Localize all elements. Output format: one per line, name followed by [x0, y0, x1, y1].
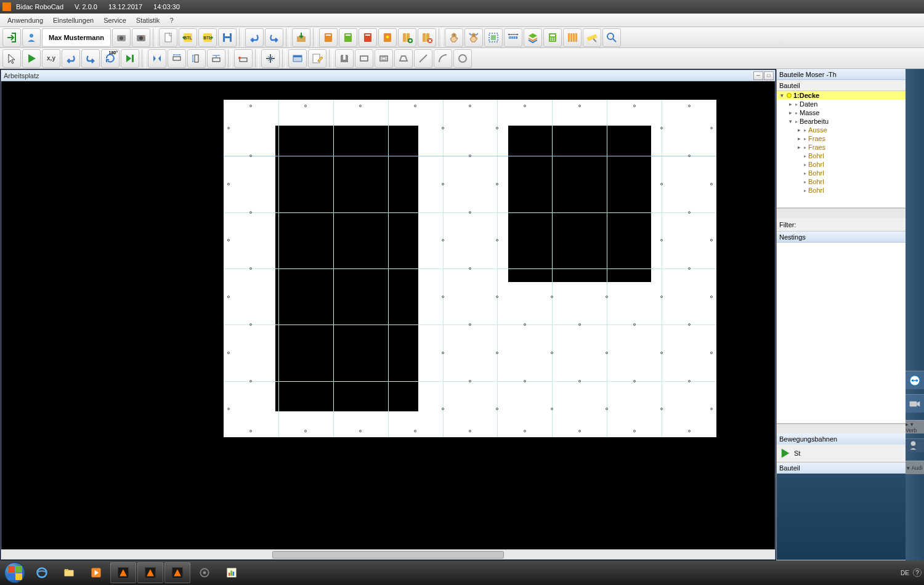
panel-minimize-button[interactable]: ─ — [753, 71, 763, 80]
taskbar-explorer[interactable] — [56, 562, 82, 583]
taskbar-robocad-3[interactable] — [164, 562, 190, 583]
undo2-button[interactable] — [62, 49, 80, 68]
menu-anwendung[interactable]: Anwendung — [2, 15, 48, 26]
tree-item-bearbeitu[interactable]: ▾▸Bearbeitu — [777, 117, 906, 126]
motion-paths-header[interactable]: Bewegungsbahnen — [777, 434, 906, 445]
btl-out-button[interactable]: BTL — [198, 28, 217, 47]
canvas-viewport[interactable] — [1, 81, 775, 549]
nestings-scrollbar[interactable] — [777, 424, 906, 434]
svg-rect-6 — [165, 33, 171, 42]
login-button[interactable] — [2, 28, 21, 47]
xy-button[interactable]: x,y — [42, 49, 60, 68]
menu-[interactable]: ? — [164, 15, 178, 26]
motion-start-button[interactable]: St — [777, 445, 906, 462]
component-tree[interactable]: ▾1:Decke▸▸Daten▸▸Masse▾▸Bearbeitu▸▸Ausse… — [777, 91, 906, 208]
layers-button[interactable] — [524, 28, 542, 47]
svg-rect-57 — [382, 57, 386, 60]
profile-rect-button[interactable] — [355, 49, 373, 68]
tree-item-1decke[interactable]: ▾1:Decke — [777, 91, 906, 100]
profile-rect2-button[interactable] — [375, 49, 393, 68]
cursor-button[interactable] — [2, 49, 21, 68]
undo-button[interactable] — [245, 28, 264, 47]
measure-button[interactable] — [504, 28, 522, 47]
book-red-button[interactable] — [359, 28, 377, 47]
menu-einstellungen[interactable]: Einstellungen — [48, 15, 99, 26]
export-button[interactable] — [292, 28, 310, 47]
panel-button[interactable] — [288, 49, 307, 68]
tree-item-ausse[interactable]: ▸▸Ausse — [777, 126, 906, 134]
hand-button[interactable] — [445, 28, 463, 47]
arc-button[interactable] — [434, 49, 452, 68]
canvas-scrollbar-horizontal[interactable] — [1, 549, 775, 559]
ruler-button[interactable] — [583, 28, 601, 47]
panel-maximize-button[interactable]: □ — [764, 71, 774, 80]
tree-item-fraes[interactable]: ▸▸Fraes — [777, 143, 906, 151]
systray-help-icon[interactable]: ? — [913, 568, 922, 577]
svg-point-62 — [911, 441, 916, 446]
select-rect-button[interactable] — [484, 28, 503, 47]
save-button[interactable] — [218, 28, 237, 47]
tree-item-bohrl[interactable]: ▸Bohrl — [777, 160, 906, 169]
file-new-button[interactable] — [159, 28, 177, 47]
anchor-button[interactable] — [234, 49, 253, 68]
menu-statistik[interactable]: Statistik — [131, 15, 165, 26]
taskbar-media[interactable] — [83, 562, 109, 583]
teamviewer-icon[interactable] — [906, 371, 924, 389]
taskbar-robocad-2[interactable] — [137, 562, 163, 583]
profile-u-button[interactable] — [335, 49, 354, 68]
tree-item-bohrl[interactable]: ▸Bohrl — [777, 186, 906, 195]
taskbar-gear[interactable] — [192, 562, 217, 583]
expand-tab-bemerkung[interactable] — [906, 438, 924, 452]
svg-rect-18 — [346, 34, 351, 36]
step-right-button[interactable] — [121, 49, 139, 68]
component-section-header[interactable]: Bauteil — [777, 462, 906, 474]
start-button[interactable] — [1, 561, 28, 584]
dim-v-button[interactable] — [187, 49, 206, 68]
redo-button[interactable] — [265, 28, 283, 47]
video-icon[interactable] — [906, 394, 924, 413]
scrollbar-thumb[interactable] — [272, 551, 505, 559]
hand-pan-button[interactable] — [464, 28, 483, 47]
book-star-button[interactable] — [378, 28, 397, 47]
book-orange-button[interactable] — [319, 28, 338, 47]
rotate180-button[interactable]: 180° — [101, 49, 120, 68]
calc-button[interactable] — [543, 28, 562, 47]
taskbar-ie[interactable] — [29, 562, 55, 583]
list-add-button[interactable] — [398, 28, 416, 47]
line-button[interactable] — [414, 49, 432, 68]
circle-button[interactable] — [453, 49, 472, 68]
systray-lang[interactable]: DE — [901, 570, 909, 576]
svg-rect-74 — [230, 571, 232, 576]
columns-button[interactable] — [563, 28, 582, 47]
list-del-button[interactable] — [418, 28, 436, 47]
dim-top-button[interactable] — [207, 49, 225, 68]
taskbar-chart[interactable] — [219, 562, 245, 583]
menu-service[interactable]: Service — [99, 15, 131, 26]
tree-item-bohrl[interactable]: ▸Bohrl — [777, 177, 906, 186]
camera-button[interactable] — [112, 28, 131, 47]
btl-in-button[interactable]: BTL — [179, 28, 197, 47]
redo2-button[interactable] — [81, 49, 100, 68]
tree-item-bohrl[interactable]: ▸Bohrl — [777, 151, 906, 160]
user-button[interactable] — [22, 28, 41, 47]
book-green-button[interactable] — [339, 28, 357, 47]
tree-item-daten[interactable]: ▸▸Daten — [777, 100, 906, 108]
tree-item-bohrl[interactable]: ▸Bohrl — [777, 169, 906, 177]
nestings-header[interactable]: Nestings — [777, 232, 906, 243]
svg-point-71 — [203, 571, 206, 575]
tree-scrollbar[interactable] — [777, 208, 906, 218]
expand-tab-audio[interactable]: ▾ Audi — [906, 461, 924, 474]
profile-trapez-button[interactable] — [394, 49, 413, 68]
dim-h-button[interactable] — [168, 49, 186, 68]
camera2-button[interactable] — [132, 28, 150, 47]
svg-point-46 — [607, 33, 614, 39]
edit-button[interactable] — [308, 49, 326, 68]
play-button[interactable] — [22, 49, 41, 68]
mirror-button[interactable] — [148, 49, 166, 68]
zoom-button[interactable] — [602, 28, 621, 47]
tree-item-fraes[interactable]: ▸▸Fraes — [777, 134, 906, 143]
cross-button[interactable] — [261, 49, 280, 68]
taskbar-robocad-1[interactable] — [110, 562, 136, 583]
expand-tab-verbindung[interactable]: ▸ ▾ Verb — [906, 420, 924, 434]
tree-item-masse[interactable]: ▸▸Masse — [777, 108, 906, 117]
